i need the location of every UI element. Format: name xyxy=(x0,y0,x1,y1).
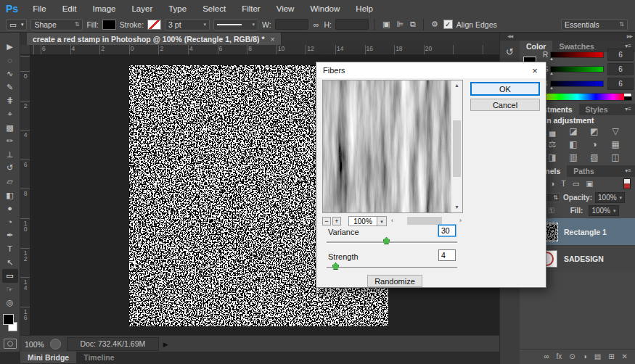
delete-layer-icon[interactable]: ✕ xyxy=(622,352,628,360)
menu-image[interactable]: Image xyxy=(84,4,123,13)
zoom-in-button[interactable]: + xyxy=(332,217,341,226)
zoom-dropdown-icon[interactable]: ▾ xyxy=(377,216,387,226)
menu-layer[interactable]: Layer xyxy=(123,4,160,13)
channel-slider[interactable] xyxy=(550,80,604,87)
channel-value-field[interactable]: 6 xyxy=(607,63,634,75)
marquee-tool[interactable]: ◌ xyxy=(2,54,18,67)
tab-timeline[interactable]: Timeline xyxy=(76,352,121,363)
fill-opacity-field[interactable]: 100% ▾ xyxy=(589,205,618,216)
slider-marker-icon[interactable]: ▲ xyxy=(549,71,554,75)
preview-zoom-level[interactable]: 100% xyxy=(348,216,377,226)
threshold-icon[interactable]: ▧ xyxy=(587,152,602,163)
ok-button[interactable]: OK xyxy=(470,82,540,96)
scroll-down-icon[interactable]: ▾ xyxy=(451,202,462,212)
zoom-tool[interactable]: ◎ xyxy=(2,296,18,310)
eraser-tool[interactable]: ▱ xyxy=(2,175,18,189)
opacity-field[interactable]: 100% ▾ xyxy=(595,192,625,203)
menu-window[interactable]: Window xyxy=(302,4,348,13)
type-filter-icon[interactable]: T xyxy=(561,179,565,188)
fill-swatch[interactable] xyxy=(102,20,116,30)
color-balance-icon[interactable]: ⚖ xyxy=(545,139,560,150)
menu-type[interactable]: Type xyxy=(160,4,194,13)
pen-tool[interactable]: ✒ xyxy=(2,228,18,242)
filter-toggle[interactable] xyxy=(623,178,631,189)
black-white-icon[interactable]: ◧ xyxy=(566,139,581,150)
type-tool[interactable]: T xyxy=(2,242,18,256)
status-flyout-icon[interactable]: ▶ xyxy=(163,341,168,348)
smart-object-filter-icon[interactable]: ▣ xyxy=(586,179,594,188)
crop-tool[interactable]: ⋕ xyxy=(2,94,18,107)
slider-marker-icon[interactable]: ▲ xyxy=(549,86,554,90)
panel-menu-icon[interactable]: ▾≡ xyxy=(625,165,635,177)
foreground-background-swatches[interactable] xyxy=(2,314,18,331)
tab-mini-bridge[interactable]: Mini Bridge xyxy=(20,352,76,363)
rectangle-tool[interactable]: ▭ xyxy=(2,269,18,283)
levels-icon[interactable]: ▄ xyxy=(545,126,560,137)
new-layer-icon[interactable]: ⊞ xyxy=(608,352,614,360)
lasso-tool[interactable]: ∿ xyxy=(2,67,18,80)
cancel-button[interactable]: Cancel xyxy=(470,99,540,111)
path-arrangement-icon[interactable]: ⧉ xyxy=(409,20,417,29)
tab-styles[interactable]: Styles xyxy=(579,104,615,115)
quick-mask-icon[interactable] xyxy=(4,339,17,349)
align-edges-checkbox[interactable]: ✓ xyxy=(443,20,453,29)
close-icon[interactable]: × xyxy=(271,35,275,44)
workspace-dropdown[interactable]: Essentials ⇅ xyxy=(561,19,628,30)
curves-icon[interactable]: ◪ xyxy=(566,126,581,137)
layer-name[interactable]: Rectangle 1 xyxy=(564,228,607,236)
collapse-dock-icon[interactable]: ◀◀ xyxy=(500,33,520,41)
close-icon[interactable]: × xyxy=(524,65,546,76)
layer-styles-icon[interactable]: fx xyxy=(557,352,562,360)
menu-view[interactable]: View xyxy=(269,4,303,13)
link-dimensions-icon[interactable]: ∞ xyxy=(312,20,321,29)
blur-tool[interactable]: ● xyxy=(2,202,18,215)
strength-field[interactable] xyxy=(438,249,456,261)
zoom-out-button[interactable]: − xyxy=(322,217,331,226)
slider-marker-icon[interactable]: ▲ xyxy=(549,57,554,61)
fibers-preview-image[interactable] xyxy=(323,80,451,212)
eyedropper-tool[interactable]: ⌖ xyxy=(2,107,18,121)
scrollbar-thumb[interactable] xyxy=(407,217,442,225)
scroll-left-icon[interactable]: ‹ xyxy=(391,216,393,226)
strength-slider[interactable] xyxy=(327,267,457,269)
tab-paths[interactable]: Paths xyxy=(567,165,601,177)
stroke-type-dropdown[interactable]: ▾ xyxy=(213,19,258,30)
foreground-color-swatch[interactable] xyxy=(3,314,14,325)
geometry-options-gear-icon[interactable]: ⚙ xyxy=(430,20,440,29)
zoom-level-field[interactable]: 100% xyxy=(20,340,50,349)
stroke-swatch[interactable] xyxy=(147,20,161,30)
selective-color-icon[interactable]: ◫ xyxy=(608,152,623,163)
photo-filter-icon[interactable]: ◑ xyxy=(587,139,602,150)
quick-selection-tool[interactable]: ✎ xyxy=(2,80,18,94)
scroll-up-icon[interactable]: ▴ xyxy=(451,80,462,91)
variance-slider-thumb[interactable] xyxy=(383,237,390,244)
scrollbar-thumb[interactable] xyxy=(453,120,461,177)
variance-field[interactable] xyxy=(438,225,456,236)
randomize-button[interactable]: Randomize xyxy=(367,275,422,287)
channel-value-field[interactable]: 6 xyxy=(607,78,634,90)
expand-dock-icon[interactable]: ▶▶ xyxy=(520,33,635,41)
adjustment-filter-icon[interactable]: ◑ xyxy=(550,179,554,188)
new-group-icon[interactable]: ▤ xyxy=(594,352,601,360)
channel-slider[interactable] xyxy=(550,66,604,73)
healing-brush-tool[interactable]: ▩ xyxy=(2,121,18,135)
shape-width-field[interactable] xyxy=(275,19,308,30)
gradient-tool[interactable]: ◧ xyxy=(2,189,18,202)
dialog-title-bar[interactable]: Fibers × xyxy=(316,62,546,78)
path-operations-icon[interactable]: ▣ xyxy=(381,20,391,29)
dodge-tool[interactable]: ◔ xyxy=(2,215,18,229)
brush-tool[interactable]: ✏ xyxy=(2,134,18,148)
tool-preset-picker[interactable]: ▭ ▾ xyxy=(6,19,27,30)
history-panel-icon[interactable]: ↺ xyxy=(500,46,520,57)
exposure-icon[interactable]: ◩ xyxy=(587,126,602,137)
document-tab[interactable]: create a red stamp in Photoshop @ 100% (… xyxy=(27,33,282,45)
channel-slider[interactable] xyxy=(550,51,604,58)
preview-vertical-scrollbar[interactable]: ▴ ▾ xyxy=(451,80,462,212)
history-brush-tool[interactable]: ↺ xyxy=(2,161,18,175)
menu-filter[interactable]: Filter xyxy=(234,4,269,13)
lock-all-icon[interactable]: ⚿ xyxy=(549,206,554,215)
path-selection-tool[interactable]: ↖ xyxy=(2,256,18,270)
channel-value-field[interactable]: 6 xyxy=(607,49,634,61)
layer-name[interactable]: SADESIGN xyxy=(564,255,604,263)
shape-mode-dropdown[interactable]: Shape ⇅ xyxy=(30,19,83,30)
